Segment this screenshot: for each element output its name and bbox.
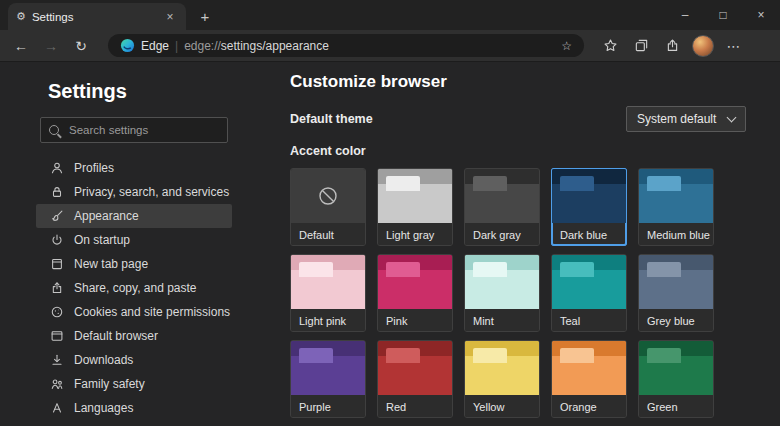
accent-swatch-teal[interactable]: Teal [551,254,627,332]
browser-tab-settings[interactable]: ⚙ Settings × [8,3,186,30]
accent-swatch-green[interactable]: Green [638,340,714,418]
accent-swatch-dark-blue[interactable]: Dark blue [551,168,627,246]
family-icon [50,377,64,391]
favorites-star-icon[interactable]: ☆ [561,39,572,53]
accent-swatch-grey-blue[interactable]: Grey blue [638,254,714,332]
swatch-label: Medium blue [639,223,713,246]
accent-color-grid: Default Light gray Dark gray [290,168,746,418]
tab-close-icon[interactable]: × [162,9,178,25]
swatch-label: Dark blue [552,223,626,246]
accent-swatch-medium-blue[interactable]: Medium blue [638,168,714,246]
forward-button[interactable]: → [36,33,66,59]
sidebar-title: Settings [48,80,260,103]
swatch-mini-tab [647,176,681,191]
sidebar-item-new-tab-page[interactable]: New tab page [36,252,232,276]
swatch-mini-tab [473,348,507,363]
swatch-label: Dark gray [465,223,539,246]
swatch-preview [378,169,452,223]
download-icon [50,353,64,367]
settings-search-box[interactable] [40,117,228,143]
settings-more-icon[interactable]: ⋯ [720,33,748,59]
search-input[interactable] [67,123,219,137]
url-path: settings/appearance [221,39,329,53]
accent-swatch-orange[interactable]: Orange [551,340,627,418]
settings-sidebar: Settings Profiles Privacy, search, and s… [0,62,260,426]
chevron-down-icon [727,113,737,123]
favorites-icon[interactable] [596,33,624,59]
collections-icon[interactable] [627,33,655,59]
sidebar-item-share-copy-paste[interactable]: Share, copy, and paste [36,276,232,300]
sidebar-item-profiles[interactable]: Profiles [36,156,232,180]
gear-icon: ⚙ [16,10,26,23]
sidebar-item-on-startup[interactable]: On startup [36,228,232,252]
sidebar-item-printers[interactable]: Printers [36,420,232,426]
swatch-preview [291,169,365,223]
paintbrush-icon [50,209,64,223]
swatch-preview [552,169,626,223]
share-box-icon [50,281,64,295]
sidebar-nav: Profiles Privacy, search, and services A… [36,156,232,426]
accent-swatch-red[interactable]: Red [377,340,453,418]
toolbar-actions: ⋯ [596,33,748,59]
sidebar-item-label: Share, copy, and paste [74,281,197,295]
window-controls: – □ × [666,0,780,30]
settings-page: Settings Profiles Privacy, search, and s… [0,62,780,426]
back-button[interactable]: ← [6,33,36,59]
theme-dropdown-value: System default [637,112,716,126]
accent-swatch-light-pink[interactable]: Light pink [290,254,366,332]
sidebar-item-cookies-permissions[interactable]: Cookies and site permissions [36,300,232,324]
theme-dropdown[interactable]: System default [626,106,746,132]
swatch-preview [291,255,365,309]
minimize-button[interactable]: – [666,0,704,30]
swatch-preview [552,341,626,395]
sidebar-item-default-browser[interactable]: Default browser [36,324,232,348]
swatch-mini-tab [647,348,681,363]
url-scheme: edge:// [184,39,221,53]
accent-swatch-default[interactable]: Default [290,168,366,246]
accent-swatch-mint[interactable]: Mint [464,254,540,332]
accent-swatch-yellow[interactable]: Yellow [464,340,540,418]
swatch-label: Red [378,395,452,418]
cookie-icon [50,305,64,319]
sidebar-item-label: New tab page [74,257,148,271]
no-color-icon [291,169,365,223]
accent-swatch-dark-gray[interactable]: Dark gray [464,168,540,246]
swatch-label: Green [639,395,713,418]
search-icon [49,125,59,135]
accent-swatch-pink[interactable]: Pink [377,254,453,332]
page-title: Customize browser [290,72,746,92]
sidebar-item-label: Default browser [74,329,158,343]
swatch-mini-tab [473,176,507,191]
default-theme-label: Default theme [290,112,373,126]
swatch-mini-tab [473,262,507,277]
swatch-label: Default [291,223,365,246]
sidebar-item-downloads[interactable]: Downloads [36,348,232,372]
languages-icon [50,401,64,415]
sidebar-item-label: Appearance [74,209,139,223]
swatch-label: Light pink [291,309,365,332]
refresh-button[interactable]: ↻ [66,33,96,59]
sidebar-item-privacy[interactable]: Privacy, search, and services [36,180,232,204]
person-icon [50,161,64,175]
accent-swatch-purple[interactable]: Purple [290,340,366,418]
swatch-preview [465,169,539,223]
profile-avatar[interactable] [689,33,717,59]
swatch-mini-tab [386,176,420,191]
address-bar[interactable]: Edge | edge://settings/appearance ☆ [108,34,584,57]
titlebar: ⚙ Settings × + – □ × [0,0,780,30]
swatch-preview [639,255,713,309]
new-tab-button[interactable]: + [192,4,218,28]
navigation-toolbar: ← → ↻ Edge | edge://settings/appearance … [0,30,780,62]
swatch-label: Mint [465,309,539,332]
close-button[interactable]: × [742,0,780,30]
sidebar-item-family-safety[interactable]: Family safety [36,372,232,396]
lock-icon [50,185,64,199]
swatch-preview [378,341,452,395]
share-icon[interactable] [658,33,686,59]
maximize-button[interactable]: □ [704,0,742,30]
swatch-mini-tab [299,262,333,277]
sidebar-item-label: On startup [74,233,130,247]
accent-swatch-light-gray[interactable]: Light gray [377,168,453,246]
sidebar-item-languages[interactable]: Languages [36,396,232,420]
sidebar-item-appearance[interactable]: Appearance [36,204,232,228]
